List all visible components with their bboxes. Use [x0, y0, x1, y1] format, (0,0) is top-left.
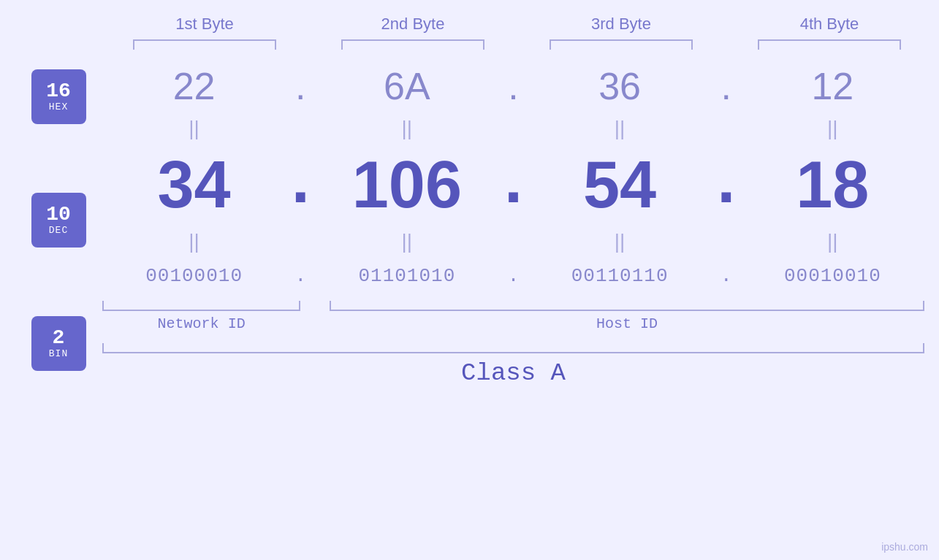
bin-b3: 00110110: [571, 265, 669, 287]
watermark: ipshu.com: [881, 541, 928, 553]
host-id-label: Host ID: [330, 315, 924, 332]
byte-headers: 1st Byte 2nd Byte 3rd Byte 4th Byte: [115, 15, 919, 50]
byte3-col: 3rd Byte: [532, 15, 711, 50]
network-bracket-area: Network ID: [102, 301, 300, 332]
dec-badge-label: DEC: [49, 225, 68, 236]
class-bracket: [102, 343, 924, 353]
hex-b2: 6A: [384, 64, 430, 108]
eq1-b1: ||: [189, 117, 199, 140]
bottom-brackets: Network ID Host ID: [102, 301, 924, 332]
eq2-b3: ||: [615, 230, 626, 253]
eq1-b2: ||: [402, 117, 413, 140]
dec-b4: 18: [796, 147, 869, 223]
dec-b2: 106: [352, 147, 462, 223]
dec-dot3: .: [707, 147, 746, 222]
bin-row: 00100010 . 01101010 . 00110110 . 0001001…: [102, 254, 924, 298]
byte3-label: 3rd Byte: [591, 15, 651, 34]
byte4-col: 4th Byte: [740, 15, 919, 50]
network-id-bracket: [102, 301, 300, 311]
hex-badge-number: 16: [46, 81, 71, 101]
class-label: Class A: [102, 359, 924, 387]
byte2-bracket-top: [341, 39, 484, 50]
bin-dot2: .: [508, 265, 520, 287]
equals-row-2: || || || ||: [102, 229, 924, 254]
bin-b2: 01101010: [358, 265, 455, 287]
hex-dot3: .: [721, 64, 731, 108]
eq2-b1: ||: [189, 230, 199, 253]
network-id-label: Network ID: [102, 315, 300, 332]
badges-column: 16 HEX 10 DEC 2 BIN: [15, 57, 102, 387]
byte1-label: 1st Byte: [175, 15, 233, 34]
byte2-label: 2nd Byte: [381, 15, 445, 34]
equals-row-1: || || || ||: [102, 115, 924, 141]
dec-badge-number: 10: [46, 204, 71, 225]
eq1-b3: ||: [615, 117, 626, 140]
bin-badge-number: 2: [53, 328, 65, 348]
bin-b1: 00100010: [145, 265, 243, 287]
bin-dot1: .: [294, 265, 306, 287]
bin-dot3: .: [721, 265, 732, 287]
hex-badge-label: HEX: [49, 101, 68, 112]
byte1-bracket-top: [133, 39, 276, 50]
hex-b3: 36: [598, 64, 641, 108]
hex-b4: 12: [811, 64, 854, 108]
dec-b1: 34: [158, 147, 231, 223]
bin-badge: 2 BIN: [31, 316, 86, 371]
byte1-col: 1st Byte: [115, 15, 294, 50]
hex-dot1: .: [295, 64, 305, 108]
eq1-b4: ||: [827, 117, 838, 140]
dec-dot1: .: [281, 147, 320, 222]
main-container: 1st Byte 2nd Byte 3rd Byte 4th Byte 16 H…: [0, 0, 939, 560]
hex-badge: 16 HEX: [31, 69, 86, 124]
eq2-b4: ||: [827, 230, 838, 253]
dec-dot2: .: [494, 147, 533, 222]
hex-dot2: .: [508, 64, 518, 108]
host-id-bracket: [330, 301, 924, 311]
byte4-label: 4th Byte: [800, 15, 859, 34]
bin-b4: 00010010: [784, 265, 881, 287]
dot-spacer-1: [300, 301, 330, 332]
byte2-col: 2nd Byte: [324, 15, 503, 50]
byte4-bracket-top: [758, 39, 901, 50]
hex-b1: 22: [173, 64, 216, 108]
host-bracket-area: Host ID: [330, 301, 924, 332]
bin-badge-label: BIN: [49, 348, 68, 359]
eq2-b2: ||: [402, 230, 413, 253]
byte3-bracket-top: [550, 39, 693, 50]
dec-row: 34 . 106 . 54 . 18: [102, 141, 924, 229]
dec-badge: 10 DEC: [31, 193, 86, 248]
dec-b3: 54: [583, 147, 656, 223]
hex-row: 22 . 6A . 36 . 12: [102, 57, 924, 115]
class-section: Class A: [102, 343, 924, 387]
